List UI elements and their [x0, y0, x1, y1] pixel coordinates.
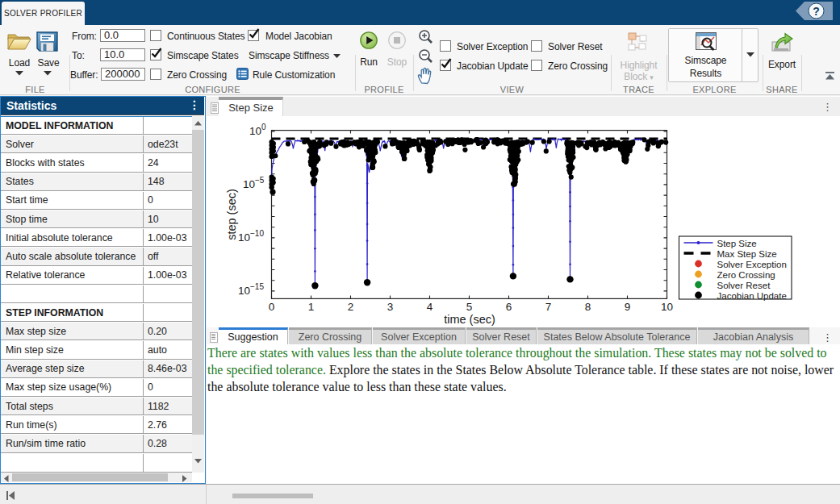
- svg-text:?: ?: [813, 5, 820, 18]
- svg-text:6: 6: [506, 301, 512, 313]
- svg-text:Max Step Size: Max Step Size: [717, 249, 777, 259]
- svg-text:3: 3: [387, 301, 394, 313]
- svg-text:2: 2: [348, 301, 354, 313]
- svg-text:Solver Reset: Solver Reset: [717, 281, 771, 290]
- svg-text:step (sec): step (sec): [225, 189, 238, 240]
- svg-text:10: 10: [238, 231, 250, 244]
- svg-text:10: 10: [243, 178, 255, 190]
- svg-text:0: 0: [269, 301, 275, 313]
- svg-text:7: 7: [545, 301, 552, 313]
- svg-text:10: 10: [249, 125, 261, 137]
- svg-text:10: 10: [661, 301, 673, 313]
- svg-text:time (sec): time (sec): [444, 313, 495, 326]
- svg-text:Jacobian Update: Jacobian Update: [717, 291, 787, 301]
- svg-text:−15: −15: [250, 282, 264, 291]
- svg-text:0: 0: [261, 123, 266, 131]
- svg-text:−10: −10: [250, 229, 264, 238]
- svg-text:−5: −5: [255, 176, 265, 185]
- svg-text:Solver Exception: Solver Exception: [717, 260, 787, 269]
- svg-text:5: 5: [466, 301, 473, 313]
- svg-text:10: 10: [238, 285, 250, 297]
- svg-text:1: 1: [308, 301, 315, 313]
- svg-text:Step Size: Step Size: [717, 239, 757, 248]
- svg-text:8: 8: [585, 301, 591, 313]
- svg-text:4: 4: [427, 301, 433, 313]
- svg-text:Zero Crossing: Zero Crossing: [717, 270, 775, 280]
- svg-text:9: 9: [625, 301, 631, 313]
